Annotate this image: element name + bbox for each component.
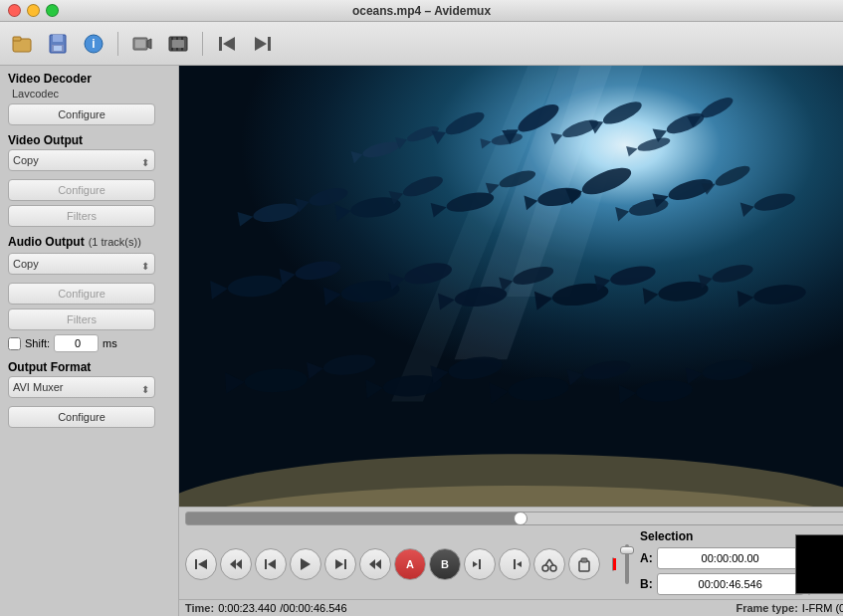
selection-a-row: A: <box>640 547 789 569</box>
video-props-button[interactable] <box>126 28 158 60</box>
video-preview <box>179 66 843 507</box>
paste-icon <box>576 556 592 572</box>
svg-point-127 <box>550 565 556 571</box>
mark-b-button[interactable]: B <box>429 548 461 580</box>
selection-a-input[interactable] <box>657 547 804 569</box>
svg-rect-111 <box>195 559 197 569</box>
video-output-configure-button[interactable]: Configure <box>8 179 155 201</box>
paste-button[interactable] <box>568 548 600 580</box>
output-format-select[interactable]: AVI Muxer MKV Muxer MP4 Muxer OGM Muxer <box>8 376 155 398</box>
prev-frame-button[interactable] <box>255 548 287 580</box>
output-format-title: Output Format <box>8 360 170 374</box>
svg-rect-21 <box>268 37 271 51</box>
svg-marker-113 <box>236 559 242 569</box>
time-label: Time: <box>185 602 214 614</box>
vert-slider[interactable] <box>620 544 634 584</box>
audio-output-select-wrapper: Copy MP3 AAC AC3 <box>8 253 155 279</box>
shift-unit: ms <box>103 337 117 349</box>
svg-rect-16 <box>176 48 178 51</box>
svg-rect-17 <box>181 48 183 51</box>
controls-row: A B <box>179 544 606 584</box>
output-format-configure-button[interactable]: Configure <box>8 406 155 428</box>
mark-a-button[interactable]: A <box>394 548 426 580</box>
titlebar-buttons <box>8 4 59 17</box>
minimize-button[interactable] <box>27 4 40 17</box>
goto-mark-a-button[interactable] <box>464 548 496 580</box>
video-output-filters-button[interactable]: Filters <box>8 205 155 227</box>
svg-line-129 <box>549 559 553 565</box>
cut-start-button[interactable] <box>211 28 243 60</box>
svg-marker-120 <box>369 559 375 569</box>
toolbar: i <box>0 22 843 66</box>
ocean-svg <box>179 66 843 507</box>
svg-marker-121 <box>375 559 381 569</box>
video-decoder-configure-button[interactable]: Configure <box>8 103 155 125</box>
mini-seekbar[interactable] <box>612 557 614 571</box>
right-area: A B <box>179 66 843 616</box>
selection-panel: Selection A: B: <box>640 529 789 599</box>
svg-marker-22 <box>255 37 267 51</box>
svg-rect-14 <box>181 37 183 40</box>
goto-mark-b-button[interactable] <box>499 548 530 580</box>
svg-rect-124 <box>514 559 516 569</box>
audio-output-tracks: (1 track(s)) <box>89 236 141 248</box>
selection-b-row: B: <box>640 573 789 595</box>
svg-rect-3 <box>53 35 63 42</box>
thumbnail <box>795 534 843 594</box>
video-decoder-codec: Lavcodec <box>8 88 170 100</box>
prev-keyframe-button[interactable] <box>220 548 252 580</box>
shift-row: Shift: ms <box>8 334 170 352</box>
total-time: /00:00:46.546 <box>280 602 346 614</box>
seekbar[interactable] <box>185 512 843 525</box>
audio-output-select[interactable]: Copy MP3 AAC AC3 <box>8 253 155 275</box>
toolbar-separator-2 <box>202 32 203 56</box>
cut-end-icon <box>252 33 274 55</box>
goto-start-button[interactable] <box>185 548 217 580</box>
selection-title: Selection <box>640 529 789 543</box>
video-output-select[interactable]: Copy Xvid H.264 MPEG-2 <box>8 149 155 171</box>
goto-mark-b-icon <box>507 556 523 572</box>
audio-output-title: Audio Output <box>8 235 85 249</box>
seekbar-row <box>179 508 843 529</box>
vert-slider-thumb[interactable] <box>620 546 634 554</box>
video-ocean-bg <box>179 66 843 507</box>
left-panel: Video Decoder Lavcodec Configure Video O… <box>0 66 179 616</box>
output-format-select-wrapper: AVI Muxer MKV Muxer MP4 Muxer OGM Muxer <box>8 376 155 402</box>
svg-line-128 <box>545 559 549 565</box>
svg-rect-131 <box>581 558 587 562</box>
svg-rect-118 <box>344 559 346 569</box>
next-10-button[interactable] <box>359 548 391 580</box>
shift-checkbox[interactable] <box>8 337 21 350</box>
cut-icon <box>541 556 557 572</box>
video-decoder-title: Video Decoder <box>8 72 170 86</box>
svg-rect-13 <box>176 37 178 40</box>
toolbar-separator-1 <box>117 32 118 56</box>
film-button[interactable] <box>162 28 194 60</box>
info-button[interactable]: i <box>78 28 109 60</box>
svg-rect-12 <box>171 37 173 40</box>
save-button[interactable] <box>42 28 74 60</box>
shift-input[interactable] <box>54 334 99 352</box>
svg-rect-19 <box>219 37 222 51</box>
selection-b-input[interactable] <box>657 573 804 595</box>
goto-mark-a-icon <box>472 556 488 572</box>
selection-b-label: B: <box>640 577 653 591</box>
audio-output-configure-button[interactable]: Configure <box>8 283 155 305</box>
next-frame-button[interactable] <box>324 548 356 580</box>
window-title: oceans.mp4 – Avidemux <box>352 4 491 18</box>
shift-label: Shift: <box>25 337 50 349</box>
close-button[interactable] <box>8 4 21 17</box>
cut-end-button[interactable] <box>247 28 279 60</box>
frame-type-value: I-FRM (00) <box>802 602 843 614</box>
play-icon <box>298 556 314 572</box>
maximize-button[interactable] <box>46 4 59 17</box>
info-icon: i <box>83 33 105 55</box>
play-button[interactable] <box>290 548 321 580</box>
current-time: 0:00:23.440 <box>218 602 276 614</box>
next-frame-icon <box>332 556 348 572</box>
open-button[interactable] <box>6 28 38 60</box>
titlebar: oceans.mp4 – Avidemux <box>0 0 843 22</box>
cut-button[interactable] <box>533 548 565 580</box>
audio-output-filters-button[interactable]: Filters <box>8 308 155 330</box>
film-icon <box>167 33 189 55</box>
